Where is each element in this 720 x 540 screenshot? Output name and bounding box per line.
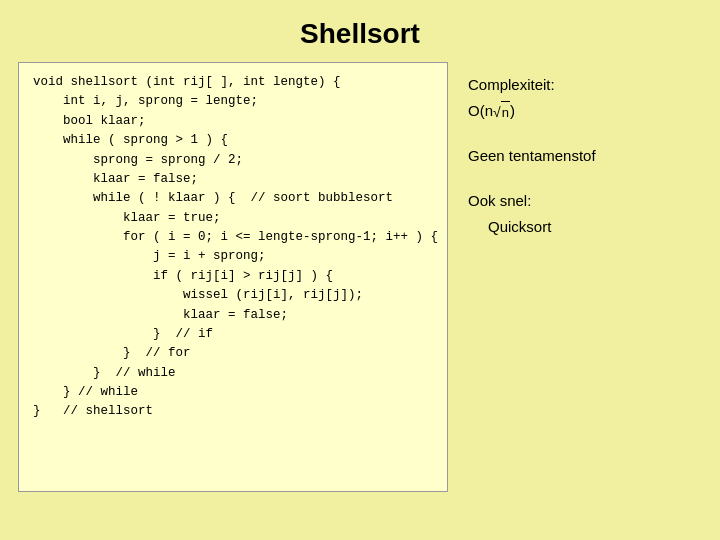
code-line: while ( sprong > 1 ) { [33,131,433,150]
right-panel: Complexiteit: O(n√n) Geen tentamenstof O… [458,62,702,492]
code-line: int i, j, sprong = lengte; [33,92,433,111]
code-line: } // while [33,364,433,383]
code-line: } // while [33,383,433,402]
quicksort-label: Quicksort [468,214,702,240]
code-box: void shellsort (int rij[ ], int lengte) … [18,62,448,492]
code-line: sprong = sprong / 2; [33,151,433,170]
page-container: Shellsort void shellsort (int rij[ ], in… [0,0,720,492]
complexity-label: Complexiteit: [468,76,555,93]
code-line: j = i + sprong; [33,247,433,266]
geen-block: Geen tentamenstof [468,147,702,164]
code-line: wissel (rij[i], rij[j]); [33,286,433,305]
code-line: void shellsort (int rij[ ], int lengte) … [33,73,433,92]
page-title: Shellsort [0,0,720,62]
complexity-value: O(n√n) [468,102,515,119]
code-line: klaar = false; [33,306,433,325]
main-content: void shellsort (int rij[ ], int lengte) … [0,62,720,492]
ook-label: Ook snel: [468,192,531,209]
code-line: klaar = true; [33,209,433,228]
code-line: for ( i = 0; i <= lengte-sprong-1; i++ )… [33,228,433,247]
code-line: klaar = false; [33,170,433,189]
ook-block: Ook snel: Quicksort [468,188,702,239]
code-line: } // for [33,344,433,363]
code-line: if ( rij[i] > rij[j] ) { [33,267,433,286]
code-line: } // shellsort [33,402,433,421]
code-line: bool klaar; [33,112,433,131]
complexity-block: Complexiteit: O(n√n) [468,72,702,123]
code-line: while ( ! klaar ) { // soort bubblesort [33,189,433,208]
geen-label: Geen tentamenstof [468,147,596,164]
code-line: } // if [33,325,433,344]
